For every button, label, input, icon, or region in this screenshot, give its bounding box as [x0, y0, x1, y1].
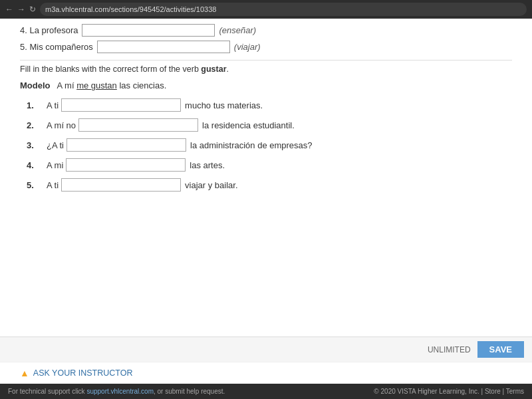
exercise-item-4: 4. A mi las artes.	[27, 158, 512, 172]
footer-copyright: © 2020 VISTA Higher Learning, Inc. | Sto…	[374, 388, 524, 395]
ex1-input[interactable]	[61, 98, 181, 112]
ex2-num: 2.	[27, 120, 41, 130]
exercise-item-1: 1. A ti mucho tus materias.	[27, 98, 512, 112]
ex4-suffix: las artes.	[190, 160, 225, 170]
ex5-input[interactable]	[61, 178, 181, 192]
footer-support: For technical support click support.vhlc…	[8, 388, 225, 395]
url-bar[interactable]: m3a.vhlcentral.com/sections/945452/activ…	[40, 3, 527, 16]
item5-suffix: (viajar)	[234, 42, 261, 52]
page-content: 4. La profesora (enseñar) 5. Mis compañe…	[0, 19, 532, 399]
back-button[interactable]: ←	[5, 5, 13, 14]
ask-instructor-bar: ▲ ASK YOUR INSTRUCTOR	[0, 362, 532, 384]
modelo-text: A mí me gustan las ciencias.	[57, 80, 167, 90]
ex1-suffix: mucho tus materias.	[185, 100, 263, 110]
save-button[interactable]: SAVE	[477, 341, 524, 358]
ex2-prefix: A mí no	[47, 120, 76, 130]
ex5-num: 5.	[27, 180, 41, 190]
section-divider	[20, 60, 512, 61]
reload-button[interactable]: ↻	[29, 5, 36, 14]
ex2-input[interactable]	[78, 118, 198, 132]
modelo-label: Modelo	[20, 80, 51, 90]
ex3-suffix: la administración de empresas?	[190, 140, 313, 150]
modelo-row: Modelo A mí me gustan las ciencias.	[20, 80, 512, 90]
ex1-num: 1.	[27, 100, 41, 110]
exercise-item-3: 3. ¿A ti la administración de empresas?	[27, 138, 512, 152]
browser-window: ← → ↻ m3a.vhlcentral.com/sections/945452…	[0, 0, 532, 399]
main-area: 4. La profesora (enseñar) 5. Mis compañe…	[0, 19, 532, 336]
exercise-item-2: 2. A mí no la residencia estudiantil.	[27, 118, 512, 132]
ex2-suffix: la residencia estudiantil.	[202, 120, 295, 130]
modelo-after: las ciencias.	[117, 80, 166, 90]
support-link[interactable]: support.vhlcentral.com	[86, 388, 154, 395]
bottom-bar: UNLIMITED SAVE	[0, 336, 532, 362]
address-bar: ← → ↻ m3a.vhlcentral.com/sections/945452…	[0, 0, 532, 19]
exercise-item-5: 5. A ti viajar y bailar.	[27, 178, 512, 192]
instructions-verb: gustar	[201, 65, 226, 74]
ex4-input[interactable]	[66, 158, 186, 172]
item5-input[interactable]	[97, 41, 230, 53]
item5-label: 5. Mis compañeros	[20, 42, 93, 52]
url-text: m3a.vhlcentral.com/sections/945452/activ…	[45, 5, 216, 13]
support-text: For technical support click	[8, 388, 86, 395]
item4-suffix: (enseñar)	[219, 25, 256, 35]
instructions-section: Fill in the blanks with the correct form…	[20, 65, 512, 90]
ex5-prefix: A ti	[47, 180, 59, 190]
ask-instructor-link[interactable]: ASK YOUR INSTRUCTOR	[33, 368, 133, 378]
item4-label: 4. La profesora	[20, 25, 78, 35]
exercise-list: 1. A ti mucho tus materias. 2. A mí no l…	[27, 98, 512, 192]
top-items: 4. La profesora (enseñar) 5. Mis compañe…	[20, 19, 512, 53]
unlimited-text: UNLIMITED	[428, 345, 471, 354]
ex4-num: 4.	[27, 160, 41, 170]
footer-bar: For technical support click support.vhlc…	[0, 384, 532, 399]
fill-item-4: 4. La profesora (enseñar)	[20, 24, 512, 37]
ex3-prefix: ¿A ti	[47, 140, 64, 150]
warning-icon: ▲	[20, 368, 29, 378]
modelo-before: A mí	[57, 80, 77, 90]
instructions-text: Fill in the blanks with the correct form…	[20, 65, 512, 74]
ex5-suffix: viajar y bailar.	[185, 180, 237, 190]
ex3-num: 3.	[27, 140, 41, 150]
ex1-prefix: A ti	[47, 100, 59, 110]
instructions-period: .	[227, 65, 229, 74]
item4-input[interactable]	[82, 24, 215, 37]
ex4-prefix: A mi	[47, 160, 63, 170]
instructions-before: Fill in the blanks with the correct form…	[20, 65, 201, 74]
modelo-underline: me gustan	[76, 80, 117, 90]
forward-button[interactable]: →	[17, 5, 25, 14]
support-suffix: , or submit help request.	[154, 388, 225, 395]
ex3-input[interactable]	[66, 138, 186, 152]
fill-item-5: 5. Mis compañeros (viajar)	[20, 41, 512, 53]
